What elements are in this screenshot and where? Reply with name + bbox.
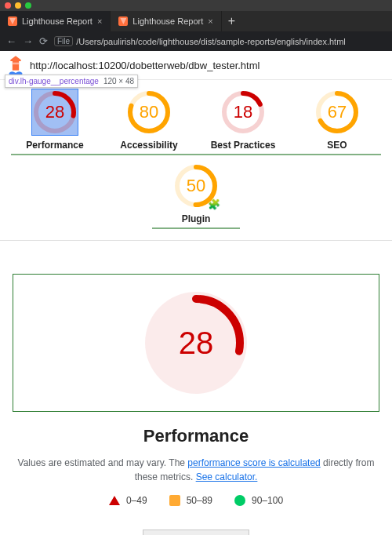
gauge-ring: 50 🧩 [173,163,219,209]
gauge-ring: 80 [126,89,172,135]
nav-forward-button[interactable]: → [23,35,33,47]
gauge-ring: 18 [220,89,266,135]
gauge-score: 28 [32,89,78,135]
gauge-label: Accessibility [102,140,196,151]
score-summary: 28 Performance 80 Accessibility 18 Best … [0,80,392,241]
score-legend: 0–49 50–89 90–100 [13,495,379,506]
gauge-plugin[interactable]: 50 🧩 Plugin [149,158,243,227]
gauge-accessibility[interactable]: 80 Accessibility [102,85,196,154]
performance-description: Values are estimated and may vary. The p… [13,456,379,484]
metric-placeholder [143,530,249,535]
tab-lighthouse-report-1[interactable]: Lighthouse Report × [0,11,111,31]
gauge-label: SEO [290,140,384,151]
tab-close-icon[interactable]: × [208,16,212,26]
score-calc-link[interactable]: performance score is calculated [187,457,320,468]
square-average-icon [169,495,180,506]
lighthouse-logo-icon [8,56,24,75]
gauge-seo[interactable]: 67 SEO [290,85,384,154]
tooltip-selector: div.lh-gauge__percentage [9,77,99,86]
gauge-ring: 28 [32,89,78,135]
window-zoom-icon[interactable] [25,2,31,9]
performance-detail-section: 28 Performance Values are estimated and … [0,274,392,535]
nav-back-button[interactable]: ← [6,35,16,47]
legend-fail: 0–49 [109,495,147,506]
address-path: /Users/paulirish/code/lighthouse/dist/sa… [76,37,346,46]
address-bar: ← → ⟳ File /Users/paulirish/code/lightho… [0,31,392,51]
gauge-best-practices[interactable]: 18 Best Practices [196,85,290,154]
new-tab-button[interactable]: + [222,15,241,27]
legend-pass: 90–100 [234,495,283,506]
lighthouse-favicon-icon [118,16,128,26]
window-close-icon[interactable] [5,2,11,9]
triangle-fail-icon [109,496,120,505]
svg-rect-1 [13,63,19,65]
performance-score-card: 28 [13,274,379,412]
gauge-score: 18 [220,89,266,135]
plugin-puzzle-icon: 🧩 [208,198,220,210]
legend-average: 50–89 [169,495,212,506]
gauge-score: 80 [126,89,172,135]
tab-strip: Lighthouse Report × Lighthouse Report × … [0,11,392,31]
gauge-performance[interactable]: 28 Performance [8,85,102,154]
nav-reload-button[interactable]: ⟳ [39,35,48,47]
window-minimize-icon[interactable] [15,2,21,9]
see-calculator-link[interactable]: See calculator. [196,471,258,482]
tab-close-icon[interactable]: × [97,16,102,26]
tested-url: http://localhost:10200/dobetterweb/dbw_t… [30,60,260,71]
devtools-element-tooltip: div.lh-gauge__percentage 120 × 48 [5,75,138,88]
lighthouse-favicon-icon [8,16,17,26]
performance-heading: Performance [13,426,379,446]
address-field[interactable]: File /Users/paulirish/code/lighthouse/di… [54,36,346,46]
tab-title: Lighthouse Report [22,16,93,26]
window-titlebar [0,0,392,11]
gauge-label: Best Practices [196,140,290,151]
gauge-label: Plugin [149,213,243,224]
performance-big-score: 28 [145,292,247,394]
gauge-ring: 67 [314,89,360,135]
tooltip-dimensions: 120 × 48 [103,77,134,86]
browser-chrome: Lighthouse Report × Lighthouse Report × … [0,0,392,51]
performance-big-gauge: 28 [145,292,247,394]
lighthouse-topbar: http://localhost:10200/dobetterweb/dbw_t… [0,51,392,80]
tab-title: Lighthouse Report [132,16,203,26]
gauge-label: Performance [8,140,102,151]
file-scheme-chip: File [54,36,73,46]
gauges-row: 28 Performance 80 Accessibility 18 Best … [0,80,392,234]
tab-lighthouse-report-2[interactable]: Lighthouse Report × [111,11,221,31]
circle-pass-icon [234,495,245,506]
gauge-score: 67 [314,89,360,135]
